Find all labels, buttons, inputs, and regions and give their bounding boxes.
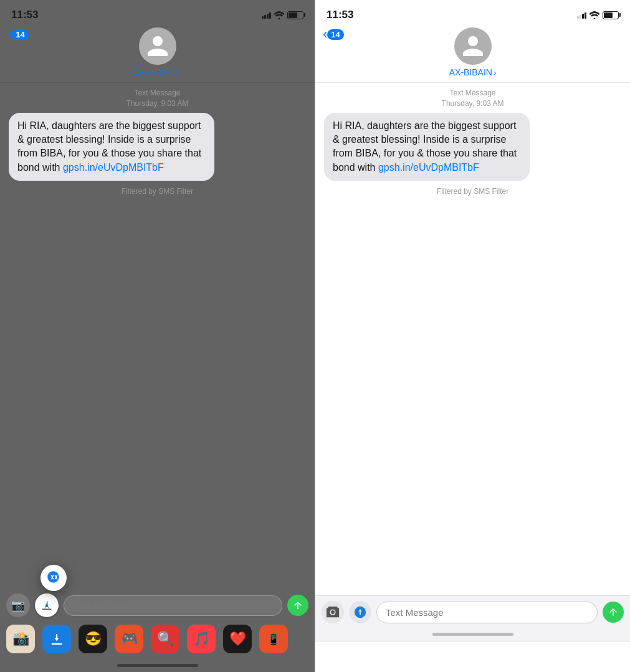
right-back-chevron-icon: ‹ [323, 27, 327, 41]
right-bottom-bar [315, 595, 630, 627]
left-phone-panel: 11:53 ‹ 14 [0, 0, 315, 672]
right-home-indicator [315, 627, 630, 641]
right-send-icon [608, 607, 619, 618]
left-message-date: Thursday, 9:03 AM [0, 98, 315, 109]
left-message-area: Text Message Thursday, 9:03 AM Hi RIA, d… [0, 83, 315, 588]
right-message-date: Thursday, 9:03 AM [315, 98, 630, 109]
right-sms-filter: Filtered by SMS Filter [315, 187, 630, 196]
left-send-button[interactable] [287, 595, 308, 616]
right-phone-panel: 11:53 ‹ 14 [315, 0, 630, 672]
left-contact-name-row[interactable]: AX-BIBAIN › [134, 67, 181, 77]
left-time: 11:53 [11, 9, 38, 21]
left-bitmoji-app-icon[interactable]: 😎 [79, 625, 107, 653]
left-appstore-small-icon: A [40, 598, 54, 612]
left-wifi-icon [274, 11, 284, 19]
right-camera-icon [326, 605, 340, 619]
right-status-icons [577, 11, 619, 19]
left-appstore-icon [45, 570, 62, 586]
left-signal-icon [262, 11, 271, 19]
left-camera-button[interactable]: 📷 [6, 593, 30, 617]
right-message-meta: Text Message Thursday, 9:03 AM [315, 88, 630, 109]
left-message-bubble: Hi RIA, daughters are the biggest suppor… [9, 113, 214, 181]
left-search-app-icon[interactable]: 🔍 [151, 625, 179, 653]
right-message-area: Text Message Thursday, 9:03 AM Hi RIA, d… [315, 83, 630, 595]
right-camera-button[interactable] [322, 601, 344, 623]
left-battery-icon [287, 11, 303, 19]
left-home-bar [117, 664, 198, 667]
right-send-button[interactable] [603, 602, 624, 623]
left-battery-fill [289, 12, 297, 18]
left-status-icons [262, 11, 303, 19]
left-appstore-app-icon[interactable] [42, 625, 71, 653]
right-status-bar: 11:53 [315, 0, 630, 27]
left-appstore-popup[interactable] [41, 565, 67, 591]
left-bottom-bar: 📷 A [0, 588, 315, 621]
left-message-link[interactable]: gpsh.in/eUvDpMBITbF [63, 162, 164, 173]
right-appstore-button[interactable] [349, 601, 371, 623]
left-appstore-button[interactable]: A [35, 593, 59, 617]
right-contact-name: AX-BIBAIN [449, 67, 492, 77]
right-time: 11:53 [327, 9, 353, 21]
right-message-link[interactable]: gpsh.in/eUvDpMBITbF [378, 162, 479, 173]
left-photos-app-icon[interactable]: 📸 [6, 625, 35, 653]
left-camera-icon: 📷 [11, 598, 25, 612]
left-back-button[interactable]: ‹ 14 [7, 27, 29, 41]
left-back-chevron-icon: ‹ [7, 27, 12, 41]
right-back-badge: 14 [327, 29, 343, 40]
right-back-button[interactable]: ‹ 14 [323, 27, 344, 41]
left-status-bar: 11:53 [0, 0, 315, 27]
svg-text:A: A [44, 602, 49, 610]
left-nav-header: ‹ 14 AX-BIBAIN › [0, 27, 315, 82]
right-contact-name-row[interactable]: AX-BIBAIN › [449, 67, 497, 77]
right-person-icon [461, 34, 485, 59]
right-battery-icon [603, 11, 619, 19]
left-avatar[interactable] [139, 27, 176, 65]
right-battery-fill [604, 12, 613, 18]
left-message-wrap: Hi RIA, daughters are the biggest suppor… [0, 113, 315, 181]
left-home-indicator [0, 658, 315, 672]
left-sms-filter: Filtered by SMS Filter [0, 187, 315, 196]
left-person-icon [145, 34, 170, 59]
left-app-icons-row: 📸 😎 🎮 🔍 🎵 ❤️ 📱 [0, 621, 315, 658]
right-signal-icon [577, 11, 586, 19]
right-message-bubble: Hi RIA, daughters are the biggest suppor… [324, 113, 530, 181]
right-contact-chevron-icon: › [494, 68, 496, 77]
left-appstore-badge-icon [48, 630, 65, 648]
left-contact-name: AX-BIBAIN [134, 67, 177, 77]
left-back-badge: 14 [12, 29, 28, 40]
left-love-app-icon[interactable]: ❤️ [223, 625, 252, 653]
left-extra-app-icon[interactable]: 📱 [259, 625, 288, 653]
right-wifi-icon [589, 11, 599, 19]
right-text-input[interactable] [376, 602, 598, 623]
left-contact-chevron-icon: › [178, 68, 181, 77]
right-bottom-clipped [315, 641, 630, 672]
right-avatar[interactable] [454, 27, 492, 65]
left-text-input[interactable] [64, 595, 282, 616]
left-message-source: Text Message [0, 88, 315, 98]
left-send-icon [292, 600, 303, 611]
left-message-meta: Text Message Thursday, 9:03 AM [0, 88, 315, 109]
right-message-source: Text Message [315, 88, 630, 98]
right-nav-header: ‹ 14 AX-BIBAIN › [315, 27, 630, 82]
left-music-app-icon[interactable]: 🎵 [187, 625, 216, 653]
left-game-app-icon[interactable]: 🎮 [115, 625, 143, 653]
right-home-bar [432, 633, 513, 636]
right-message-wrap: Hi RIA, daughters are the biggest suppor… [315, 113, 630, 181]
right-appstore-icon [353, 605, 367, 619]
